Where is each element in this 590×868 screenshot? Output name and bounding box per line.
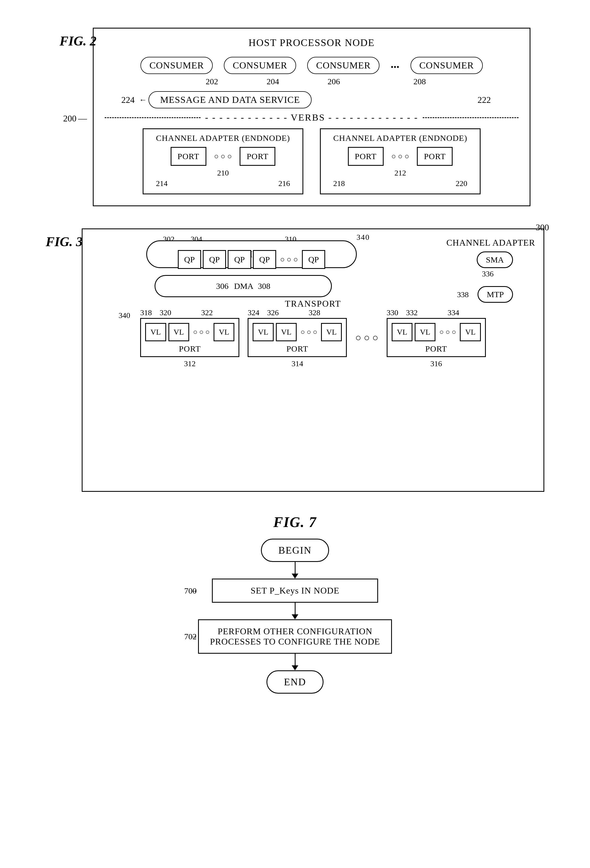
fig2-box: 200 — HOST PROCESSOR NODE CONSUMER CONSU… bbox=[93, 28, 530, 206]
ref-306: 306 bbox=[216, 281, 228, 291]
port-group-1: VL VL ○ ○ ○ VL PORT bbox=[140, 318, 239, 357]
consumer-3: CONSUMER bbox=[307, 57, 380, 74]
fc-arrow-2 bbox=[292, 603, 298, 619]
consumers-row: CONSUMER CONSUMER CONSUMER ... CONSUMER bbox=[105, 57, 518, 74]
fc-step2-row: 702 → PERFORM OTHER CONFIGURATION PROCES… bbox=[184, 619, 406, 654]
fc-step2: PERFORM OTHER CONFIGURATION PROCESSES TO… bbox=[198, 619, 392, 654]
fc-step1: SET P_Keys IN NODE bbox=[212, 579, 378, 603]
ca2-ellipsis: ○ ○ ○ bbox=[389, 152, 412, 161]
ref-204: 204 bbox=[248, 77, 298, 86]
qp-4: QP bbox=[253, 250, 276, 269]
channel-adapters-row: CHANNEL ADAPTER (ENDNODE) PORT ○ ○ ○ POR… bbox=[105, 128, 518, 194]
consumer-4: CONSUMER bbox=[410, 57, 483, 74]
ref-214: 214 bbox=[156, 179, 168, 188]
ref-700-brace: → bbox=[190, 586, 198, 595]
channel-adapter-1: CHANNEL ADAPTER (ENDNODE) PORT ○ ○ ○ POR… bbox=[143, 128, 303, 194]
ref-702-brace: → bbox=[190, 632, 198, 641]
consumer-3-group: CONSUMER bbox=[307, 57, 380, 74]
vl-3-2: VL bbox=[415, 323, 436, 341]
consumer-1: CONSUMER bbox=[140, 57, 213, 74]
ref-212: 212 bbox=[394, 168, 406, 177]
consumer-2-group: CONSUMER bbox=[224, 57, 296, 74]
fc-arrow-head-2 bbox=[292, 614, 298, 619]
fc-step1-row: 700 → SET P_Keys IN NODE bbox=[184, 579, 406, 603]
fig3: FIG. 3 300 CHANNEL ADAPTER 302 304 310 M… bbox=[46, 229, 544, 492]
fc-arrow-line-2 bbox=[295, 603, 296, 614]
consumer-refs-row: 202 204 206 208 bbox=[105, 77, 518, 86]
port-groups-ellipsis: ○ ○ ○ bbox=[355, 318, 378, 368]
consumer-1-group: CONSUMER bbox=[140, 57, 213, 74]
ca1-port-1: PORT bbox=[171, 147, 206, 166]
fig7: FIG. 7 BEGIN 700 → SET P_Keys IN NODE bbox=[156, 514, 434, 694]
ca2-ports-row: PORT ○ ○ ○ PORT bbox=[328, 147, 473, 166]
msg-service-row: 224 ← MESSAGE AND DATA SERVICE 222 bbox=[105, 91, 518, 108]
ca2-refs-middle: 212 bbox=[328, 168, 473, 177]
ref-324: 324 bbox=[248, 308, 259, 317]
port-label-3: PORT bbox=[425, 344, 447, 353]
vl-row-3: VL VL ○ ○ ○ VL bbox=[392, 323, 481, 341]
qp-3: QP bbox=[228, 250, 251, 269]
vl-1-ellipsis: ○ ○ ○ bbox=[191, 328, 211, 336]
vl-2-1: VL bbox=[253, 323, 274, 341]
sma-pill: SMA bbox=[477, 251, 513, 268]
vl-2-3: VL bbox=[321, 323, 342, 341]
ca2-port-2: PORT bbox=[417, 147, 453, 166]
port-label-2: PORT bbox=[286, 344, 308, 353]
qp-ellipsis: ○ ○ ○ bbox=[278, 251, 300, 268]
ref-312: 312 bbox=[140, 359, 239, 368]
ca1-refs2: 214 216 bbox=[150, 179, 296, 188]
qp-2: QP bbox=[203, 250, 226, 269]
verbs-row: - - - - - - - - - - - - VERBS - - - - - … bbox=[105, 112, 518, 123]
ports-area: 318 320 322 VL VL ○ ○ ○ VL PORT 312 bbox=[91, 318, 535, 368]
fig7-label: FIG. 7 bbox=[274, 514, 316, 530]
memory-area: 302 304 310 MEMORY 340 QP QP QP QP ○ ○ ○… bbox=[91, 235, 535, 301]
fig2-label: FIG. 2 bbox=[60, 33, 96, 49]
transport-label: TRANSPORT bbox=[285, 298, 341, 309]
fig2: FIG. 2 200 — HOST PROCESSOR NODE CONSUME… bbox=[60, 28, 530, 206]
consumer-4-group: CONSUMER bbox=[410, 57, 483, 74]
ca2-title: CHANNEL ADAPTER (ENDNODE) bbox=[328, 133, 473, 143]
fc-arrow-line-1 bbox=[295, 562, 296, 574]
qp-1: QP bbox=[178, 250, 201, 269]
ref-330: 330 bbox=[387, 308, 398, 317]
consumer-ellipsis: ... bbox=[391, 58, 399, 74]
ref-216: 216 bbox=[278, 179, 290, 188]
vl-1-1: VL bbox=[145, 323, 166, 341]
dma-blob: 306 DMA 308 bbox=[154, 275, 332, 297]
port-label-1: PORT bbox=[179, 344, 201, 353]
port-group-2-wrapper: 324 326 328 VL VL ○ ○ ○ VL PORT 314 bbox=[248, 318, 347, 368]
ref-326: 326 bbox=[267, 308, 279, 317]
fig3-label: FIG. 3 bbox=[46, 234, 82, 249]
fc-arrow-head-1 bbox=[292, 574, 298, 579]
qp-5: QP bbox=[302, 250, 325, 269]
ref-220: 220 bbox=[456, 179, 467, 188]
msg-service: MESSAGE AND DATA SERVICE bbox=[149, 91, 312, 108]
page: FIG. 2 200 — HOST PROCESSOR NODE CONSUME… bbox=[0, 0, 590, 868]
ca2-port-1: PORT bbox=[348, 147, 384, 166]
port-group-3-wrapper: 330 332 334 VL VL ○ ○ ○ VL PORT 316 bbox=[387, 318, 486, 368]
port-group-3: VL VL ○ ○ ○ VL PORT bbox=[387, 318, 486, 357]
ref-328: 328 bbox=[309, 308, 320, 317]
ca1-refs: 210 bbox=[150, 168, 296, 177]
vl-row-2: VL VL ○ ○ ○ VL bbox=[253, 323, 342, 341]
ref-332: 332 bbox=[406, 308, 418, 317]
flowchart: BEGIN 700 → SET P_Keys IN NODE 702 → bbox=[184, 539, 406, 694]
vl-1-3: VL bbox=[213, 323, 234, 341]
fc-arrow-line-3 bbox=[295, 654, 296, 665]
ref-318: 318 bbox=[140, 308, 152, 317]
ca1-title: CHANNEL ADAPTER (ENDNODE) bbox=[150, 133, 296, 143]
ca1-ports-row: PORT ○ ○ ○ PORT bbox=[150, 147, 296, 166]
ref-340-memory: 340 bbox=[356, 233, 370, 242]
vl-1-2: VL bbox=[168, 323, 189, 341]
ref-338: 338 bbox=[457, 290, 469, 299]
ref-334: 334 bbox=[447, 308, 459, 317]
ref-208: 208 bbox=[403, 77, 436, 86]
vl-2-ellipsis: ○ ○ ○ bbox=[299, 328, 319, 336]
ref-224: 224 bbox=[121, 95, 135, 105]
mtp-pill: MTP bbox=[478, 286, 513, 303]
ref-208-spacer bbox=[370, 77, 392, 86]
ref-340-transport: 340 bbox=[119, 311, 130, 320]
vl-3-1: VL bbox=[392, 323, 412, 341]
fc-end: END bbox=[266, 670, 324, 694]
ref-320: 320 bbox=[160, 308, 171, 317]
